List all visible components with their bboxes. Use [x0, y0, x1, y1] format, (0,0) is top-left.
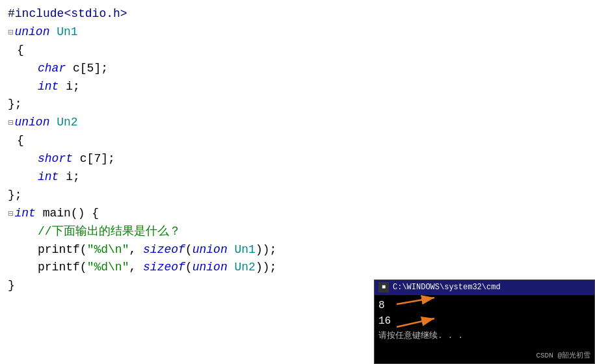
code-text: //下面输出的结果是什么？	[38, 223, 181, 241]
code-text: ));	[256, 241, 276, 259]
code-line: {	[5, 42, 595, 60]
code-text: };	[8, 187, 22, 205]
code-text: short	[38, 150, 73, 168]
code-text: }	[8, 277, 15, 295]
code-line: {	[5, 132, 595, 150]
code-text: ,	[129, 241, 143, 259]
code-text: int	[38, 78, 59, 96]
code-text: union	[14, 23, 57, 42]
code-text: (	[185, 259, 192, 277]
terminal-body: 8 16 请按任意键继续. . .	[375, 295, 594, 346]
code-text: Un1	[235, 241, 256, 259]
code-line: };	[5, 96, 595, 114]
code-text: Un2	[235, 259, 256, 277]
code-line: short c[7];	[5, 150, 595, 168]
code-text: c[5];	[66, 60, 108, 78]
collapse-marker[interactable]: ⊟	[8, 26, 13, 40]
terminal-title: C:\WINDOWS\system32\cmd	[393, 281, 501, 294]
terminal-result1: 8	[378, 298, 590, 314]
code-line: ⊟ union Un1	[5, 23, 595, 42]
code-text: union	[192, 241, 228, 259]
code-text: union	[192, 259, 228, 277]
code-line-printf2: printf("%d\n", sizeof(union Un2));	[5, 259, 595, 277]
code-text: ,	[129, 259, 143, 277]
code-editor: #include<stdio.h> ⊟ union Un1 { char c[5…	[0, 0, 595, 364]
terminal-icon: ■	[378, 282, 389, 292]
code-text: Un1	[57, 23, 77, 42]
collapse-marker[interactable]: ⊟	[8, 207, 13, 222]
code-text: int	[14, 205, 35, 223]
terminal-title-bar: ■ C:\WINDOWS\system32\cmd	[375, 280, 594, 295]
code-text: printf(	[38, 241, 87, 259]
code-text: sizeof	[143, 259, 185, 277]
code-line: //下面输出的结果是什么？	[5, 223, 595, 241]
code-text: };	[8, 96, 22, 114]
code-line: ⊟ int main() {	[5, 205, 595, 223]
collapse-marker[interactable]: ⊟	[8, 116, 13, 131]
code-line: ⊟ union Un2	[5, 114, 595, 132]
code-line: };	[5, 187, 595, 205]
terminal-window: ■ C:\WINDOWS\system32\cmd 8 16 请按任意键继续. …	[374, 280, 595, 364]
code-text: sizeof	[143, 241, 185, 259]
terminal-brand: CSDN @韶光初雪	[536, 350, 590, 361]
code-line: int i;	[5, 78, 595, 96]
code-text: c[7];	[73, 150, 115, 168]
terminal-continue: 请按任意键继续. . .	[378, 330, 590, 343]
code-text: main() {	[36, 205, 99, 223]
code-text: Un2	[57, 114, 77, 132]
code-text: "%d\n"	[87, 259, 129, 277]
code-text: (	[185, 241, 192, 259]
code-text: char	[38, 60, 66, 78]
code-text: "%d\n"	[87, 241, 129, 259]
code-text	[228, 241, 235, 259]
code-line-printf1: printf("%d\n", sizeof(union Un1));	[5, 241, 595, 259]
code-line: #include<stdio.h>	[5, 5, 595, 23]
code-text: #include<stdio.h>	[8, 5, 127, 23]
code-text	[228, 259, 235, 277]
code-text: ));	[256, 259, 276, 277]
code-text: i;	[59, 168, 79, 187]
code-line: char c[5];	[5, 60, 595, 78]
terminal-result2: 16	[378, 313, 590, 330]
code-text: {	[8, 42, 24, 60]
code-text: {	[8, 132, 24, 150]
code-text: printf(	[38, 259, 87, 277]
code-text: union	[14, 114, 57, 132]
code-text: i;	[59, 78, 79, 96]
code-line: int i;	[5, 168, 595, 187]
code-text: int	[38, 168, 59, 187]
